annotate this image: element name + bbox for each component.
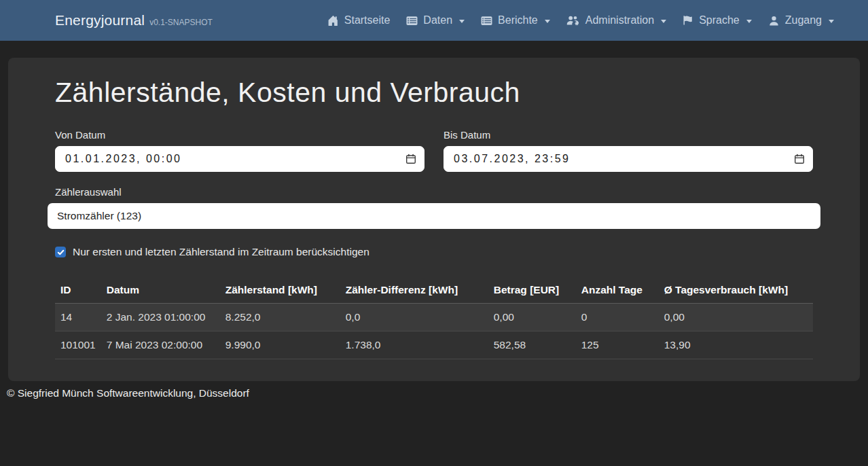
chevron-down-icon: [829, 20, 834, 23]
chevron-down-icon: [459, 20, 465, 23]
table-row: 14 2 Jan. 2023 01:00:00 8.252,0 0,0 0,00…: [55, 304, 813, 331]
users-gear-icon: [566, 15, 580, 26]
brand-link[interactable]: Energyjournal v0.1-SNAPSHOT: [55, 12, 213, 29]
nav-label: Startseite: [344, 14, 391, 26]
nav-item-startseite[interactable]: Startseite: [319, 9, 399, 32]
nav-label: Berichte: [498, 14, 538, 26]
selected-option: Stromzähler (123): [57, 210, 141, 222]
table-header-row: ID Datum Zählerstand [kWh] Zähler-Differ…: [55, 277, 813, 304]
chevron-down-icon: [545, 20, 550, 23]
cell-id: 14: [55, 304, 101, 331]
readings-table: ID Datum Zählerstand [kWh] Zähler-Differ…: [55, 277, 813, 359]
nav-label: Zugang: [785, 14, 822, 26]
header-zaehlerstand: Zählerstand [kWh]: [220, 277, 340, 304]
header-id: ID: [55, 277, 101, 304]
header-differenz: Zähler-Differenz [kWh]: [340, 277, 488, 304]
bis-datum-input[interactable]: [444, 146, 813, 172]
nav-label: Sprache: [699, 14, 740, 26]
cell-datum: 7 Mai 2023 02:00:00: [101, 331, 220, 359]
navbar: Energyjournal v0.1-SNAPSHOT Startseite D…: [0, 0, 868, 41]
brand-version: v0.1-SNAPSHOT: [149, 18, 213, 27]
home-icon: [327, 15, 339, 26]
nav-item-zugang[interactable]: Zugang: [760, 9, 842, 32]
page-title: Zählerstände, Kosten und Verbrauch: [55, 76, 813, 109]
cell-id: 101001: [55, 331, 101, 359]
user-icon: [768, 15, 780, 26]
von-datum-input[interactable]: [55, 146, 424, 172]
brand-name: Energyjournal: [55, 12, 145, 29]
nav-label: Daten: [423, 14, 452, 26]
date-filter-row: Von Datum Bis Datum: [55, 129, 813, 172]
table-icon: [481, 15, 492, 26]
cell-betrag: 582,58: [488, 331, 576, 359]
nav-item-administration[interactable]: Administration: [558, 9, 674, 32]
von-datum-field: Von Datum: [55, 129, 424, 172]
cell-zaehlerstand: 8.252,0: [220, 304, 340, 331]
cell-tage: 0: [576, 304, 659, 331]
bis-datum-label: Bis Datum: [444, 129, 813, 141]
header-datum: Datum: [101, 277, 220, 304]
table-icon: [406, 15, 418, 26]
header-tagesverbrauch: Ø Tagesverbrauch [kWh]: [659, 277, 813, 304]
nav-item-sprache[interactable]: Sprache: [674, 9, 760, 32]
checkbox-row: Nur ersten und letzten Zählerstand im Ze…: [55, 246, 813, 258]
first-last-only-checkbox[interactable]: [55, 247, 66, 257]
content-card: Zählerstände, Kosten und Verbrauch Von D…: [8, 58, 860, 381]
cell-tage: 125: [576, 331, 659, 359]
first-last-only-label[interactable]: Nur ersten und letzten Zählerstand im Ze…: [73, 246, 369, 258]
header-betrag: Betrag [EUR]: [488, 277, 576, 304]
cell-differenz: 1.738,0: [340, 331, 488, 359]
bis-datum-field: Bis Datum: [444, 129, 813, 172]
check-icon: [57, 249, 65, 256]
nav-item-berichte[interactable]: Berichte: [473, 9, 558, 32]
zaehlerauswahl-label: Zählerauswahl: [55, 186, 813, 198]
cell-tagesverbrauch: 0,00: [659, 304, 813, 331]
zaehler-select[interactable]: Stromzähler (123): [48, 203, 820, 229]
cell-datum: 2 Jan. 2023 01:00:00: [101, 304, 220, 331]
footer-copyright: © Siegfried Münch Softwareentwicklung, D…: [7, 387, 868, 399]
nav-label: Administration: [585, 14, 654, 26]
chevron-down-icon: [661, 20, 666, 23]
calendar-icon[interactable]: [794, 154, 805, 164]
chevron-down-icon: [746, 20, 752, 23]
nav-menu: Startseite Daten Berichte Administration: [319, 9, 842, 32]
cell-betrag: 0,00: [488, 304, 576, 331]
von-datum-label: Von Datum: [55, 129, 424, 141]
nav-item-daten[interactable]: Daten: [398, 9, 473, 32]
cell-tagesverbrauch: 13,90: [659, 331, 813, 359]
calendar-icon[interactable]: [405, 154, 416, 164]
cell-zaehlerstand: 9.990,0: [220, 331, 340, 359]
header-tage: Anzahl Tage: [576, 277, 659, 304]
flag-icon: [683, 15, 693, 26]
table-row: 101001 7 Mai 2023 02:00:00 9.990,0 1.738…: [55, 331, 813, 359]
cell-differenz: 0,0: [340, 304, 488, 331]
